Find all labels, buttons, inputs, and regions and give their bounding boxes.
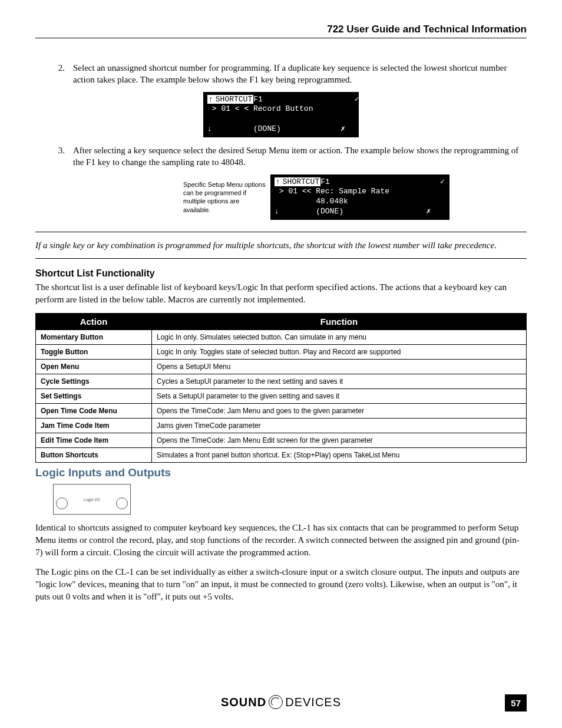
logo-brand: SOUND (221, 696, 266, 709)
step-2: 2. Select an unassigned shortcut number … (35, 62, 527, 86)
divider (35, 232, 527, 232)
step-list: 2. Select an unassigned shortcut number … (35, 62, 527, 86)
action-cell: Button Shortcuts (36, 448, 152, 463)
lcd-key: F1 (320, 177, 330, 186)
table-row: Open MenuOpens a SetupUI Menu (36, 360, 527, 374)
action-cell: Edit Time Code Item (36, 433, 152, 448)
shortcut-table: Action Function Momentary ButtonLogic In… (35, 313, 527, 463)
function-cell: Sets a SetupUI parameter to the given se… (152, 389, 527, 404)
connector-diagram: Logic I/O (53, 484, 131, 515)
function-cell: Logic In only. Toggles state of selected… (152, 345, 527, 360)
action-cell: Open Time Code Menu (36, 404, 152, 419)
function-cell: Cycles a SetupUI parameter to the next s… (152, 374, 527, 389)
logo-suffix: DEVICES (285, 696, 341, 709)
logo-swirl-icon (269, 695, 283, 709)
action-cell: Toggle Button (36, 345, 152, 360)
connector-label: Logic I/O (84, 498, 100, 502)
table-row: Open Time Code MenuOpens the TimeCode: J… (36, 404, 527, 419)
function-cell: Simulates a front panel button shortcut.… (152, 448, 527, 463)
lcd-check-icon: ✓ (263, 95, 359, 104)
function-cell: Opens a SetupUI Menu (152, 360, 527, 374)
lcd-line: ↓ (DONE) ✗ (275, 207, 431, 216)
function-cell: Opens the TimeCode: Jam Menu Edit screen… (152, 433, 527, 448)
function-cell: Jams given TimeCode parameter (152, 419, 527, 433)
shortcut-intro: The shortcut list is a user definable li… (35, 281, 527, 306)
note-text: If a single key or key combination is pr… (35, 239, 527, 251)
action-cell: Set Settings (36, 389, 152, 404)
logic-paragraph-1: Identical to shortcuts assigned to compu… (35, 522, 527, 559)
table-row: Set SettingsSets a SetupUI parameter to … (36, 389, 527, 404)
table-row: Edit Time Code ItemOpens the TimeCode: J… (36, 433, 527, 448)
col-function: Function (152, 314, 527, 330)
step-3: 3. After selecting a key sequence select… (35, 144, 527, 169)
lcd-screenshot-2: ↑SHORTCUTF1 ✓ > 01 << Rec: Sample Rate 4… (270, 174, 449, 220)
function-cell: Logic In only. Simulates selected button… (152, 330, 527, 345)
lcd-line: ↓ (DONE) ✗ (207, 124, 345, 133)
lcd-line: > 01 < < Record Button (207, 104, 313, 113)
logic-io-heading: Logic Inputs and Outputs (35, 466, 527, 479)
col-action: Action (36, 314, 152, 330)
page-header: 722 User Guide and Technical Information (35, 24, 527, 38)
lcd-key: F1 (253, 95, 263, 104)
step-text: After selecting a key sequence select th… (73, 144, 527, 169)
step-list: 3. After selecting a key sequence select… (35, 144, 527, 169)
action-cell: Momentary Button (36, 330, 152, 345)
logic-paragraph-2: The Logic pins on the CL-1 can be set in… (35, 566, 527, 603)
lcd-arrow-up-icon: ↑ (207, 95, 214, 104)
action-cell: Open Menu (36, 360, 152, 374)
function-cell: Opens the TimeCode: Jam Menu and goes to… (152, 404, 527, 419)
step-text: Select an unassigned shortcut number for… (73, 62, 527, 86)
shortcut-list-heading: Shortcut List Functionality (35, 268, 527, 279)
footer: SOUND DEVICES (35, 695, 527, 709)
table-row: Cycle SettingsCycles a SetupUI parameter… (36, 374, 527, 389)
step-number: 3. (35, 144, 73, 169)
lcd-line: > 01 << Rec: Sample Rate (275, 187, 389, 196)
lcd-label: SHORTCUT (282, 177, 320, 186)
action-cell: Cycle Settings (36, 374, 152, 389)
table-row: Toggle ButtonLogic In only. Toggles stat… (36, 345, 527, 360)
table-row: Momentary ButtonLogic In only. Simulates… (36, 330, 527, 345)
lcd-check-icon: ✓ (330, 177, 445, 186)
sound-devices-logo: SOUND DEVICES (221, 695, 341, 709)
table-row: Button ShortcutsSimulates a front panel … (36, 448, 527, 463)
action-cell: Jam Time Code Item (36, 419, 152, 433)
page-number: 57 (505, 694, 527, 711)
lcd-line: 48.048k (275, 197, 348, 206)
table-row: Jam Time Code ItemJams given TimeCode pa… (36, 419, 527, 433)
lcd-caption: Specific Setup Menu options can be progr… (183, 180, 266, 214)
lcd-screenshot-1: ↑SHORTCUTF1 ✓ > 01 < < Record Button ↓ (… (203, 92, 359, 138)
lcd-arrow-up-icon: ↑ (275, 177, 282, 186)
divider (35, 258, 527, 259)
step-number: 2. (35, 62, 73, 86)
lcd-label: SHORTCUT (214, 95, 253, 104)
